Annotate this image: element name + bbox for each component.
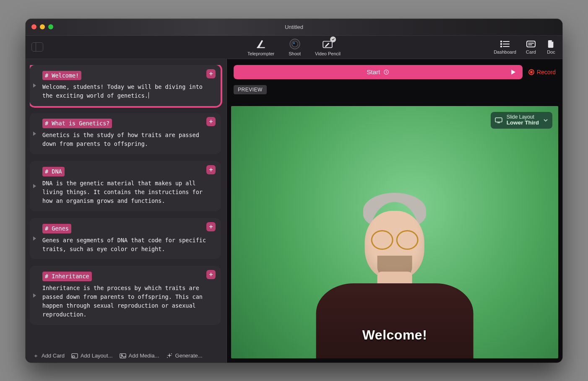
toolbar-teleprompter[interactable]: Teleprompter: [247, 38, 274, 56]
plus-icon: ＋: [32, 352, 39, 359]
script-card[interactable]: +# DNADNA is the genetic material that m…: [30, 161, 221, 211]
script-panel-footer: ＋ Add Card Add Layout... Add Media...: [30, 349, 222, 359]
play-card-icon[interactable]: [33, 132, 36, 136]
close-window-button[interactable]: [31, 24, 36, 29]
cards-list: +# Welcome!Welcome, students! Today we w…: [30, 65, 222, 349]
video-pencil-icon: [322, 38, 333, 50]
toolbar-right-group: Dashboard Card Doc: [494, 40, 557, 54]
toolbar-label: Card: [526, 49, 536, 54]
script-card[interactable]: +# Welcome!Welcome, students! Today we w…: [30, 65, 221, 106]
layout-icon: [71, 352, 78, 359]
toolbar-label: Video Pencil: [315, 51, 341, 56]
list-icon: [500, 40, 510, 48]
card-body[interactable]: Genes are segments of DNA that code for …: [42, 236, 213, 254]
card-body[interactable]: Inheritance is the process by which trai…: [42, 284, 213, 319]
slide-layout-caption: Slide Layout: [507, 114, 539, 120]
add-below-button[interactable]: +: [206, 222, 216, 231]
video-area: Welcome! Slide Layout Lower Third: [231, 106, 558, 358]
svg-point-18: [121, 354, 122, 355]
preview-chip-row: PREVIEW: [227, 85, 562, 98]
toolbar-video-pencil[interactable]: Video Pencil: [315, 38, 341, 56]
image-icon: [120, 352, 126, 359]
svg-point-3: [292, 41, 297, 47]
toolbar-center-group: Teleprompter Shoot Video Pencil: [247, 38, 341, 56]
svg-rect-12: [527, 41, 535, 47]
start-label: Start: [367, 68, 380, 75]
card-heading: # Welcome!: [42, 71, 81, 80]
sparkle-icon: [166, 352, 173, 359]
generate-label: Generate...: [175, 352, 203, 359]
play-card-icon[interactable]: [33, 236, 36, 241]
play-card-icon[interactable]: [33, 184, 36, 188]
app-window: Untitled Teleprompter Shoot: [26, 19, 562, 363]
card-heading: # DNA: [42, 167, 65, 176]
toolbar-label: Dashboard: [494, 49, 516, 54]
lower-third-text: Welcome!: [362, 327, 427, 343]
preview-top-bar: Start Record: [227, 59, 562, 85]
card-heading: # Inheritance: [42, 272, 92, 281]
traffic-lights: [31, 24, 53, 29]
toolbar-label: Shoot: [289, 51, 301, 56]
add-layout-button[interactable]: Add Layout...: [71, 352, 113, 359]
clock-icon: [383, 69, 389, 75]
document-icon: [546, 40, 557, 48]
svg-point-6: [501, 41, 502, 42]
video-frame: Welcome! Slide Layout Lower Third: [231, 106, 558, 358]
check-badge-icon: [330, 36, 336, 42]
svg-point-10: [501, 46, 502, 47]
titlebar: Untitled: [26, 19, 562, 36]
svg-rect-16: [73, 356, 75, 358]
camera-lens-icon: [289, 38, 301, 50]
svg-rect-0: [257, 47, 265, 48]
slide-layout-selector[interactable]: Slide Layout Lower Third: [491, 112, 552, 129]
add-card-label: Add Card: [42, 352, 65, 359]
preview-panel: Start Record PREVIEW: [227, 59, 562, 363]
toolbar: Teleprompter Shoot Video Pencil: [26, 36, 562, 59]
toolbar-label: Teleprompter: [247, 51, 274, 56]
add-media-button[interactable]: Add Media...: [120, 352, 159, 359]
svg-point-19: [171, 353, 172, 354]
card-body[interactable]: DNA is the genetic material that makes u…: [42, 179, 213, 205]
start-button[interactable]: Start: [234, 65, 523, 79]
toolbar-dashboard[interactable]: Dashboard: [494, 40, 516, 54]
card-heading: # What is Genetics?: [42, 119, 112, 128]
toolbar-shoot[interactable]: Shoot: [289, 38, 301, 56]
svg-point-20: [167, 357, 168, 358]
generate-button[interactable]: Generate...: [166, 352, 203, 359]
slide-layout-value: Lower Third: [507, 120, 539, 126]
minimize-window-button[interactable]: [40, 24, 45, 29]
record-label: Record: [537, 69, 556, 75]
record-button[interactable]: Record: [528, 69, 556, 75]
script-card[interactable]: +# GenesGenes are segments of DNA that c…: [30, 218, 221, 259]
card-heading: # Genes: [42, 224, 71, 233]
add-below-button[interactable]: +: [206, 270, 216, 279]
text-cursor: [148, 92, 149, 98]
card-icon: [526, 40, 536, 48]
add-media-label: Add Media...: [129, 352, 159, 359]
svg-rect-22: [495, 118, 502, 122]
script-card[interactable]: +# What is Genetics?Genetics is the stud…: [30, 113, 221, 154]
svg-point-4: [293, 42, 294, 44]
maximize-window-button[interactable]: [48, 24, 53, 29]
add-below-button[interactable]: +: [206, 69, 216, 78]
chevron-down-icon: [543, 119, 548, 122]
record-icon: [528, 69, 534, 75]
toolbar-label: Doc: [547, 49, 555, 54]
toolbar-doc-view[interactable]: Doc: [546, 40, 557, 54]
script-card[interactable]: +# InheritanceInheritance is the process…: [30, 266, 221, 325]
play-card-icon[interactable]: [33, 83, 36, 88]
add-card-button[interactable]: ＋ Add Card: [32, 352, 65, 359]
teleprompter-icon: [255, 38, 267, 50]
monitor-icon: [495, 117, 502, 123]
sidebar-toggle-button[interactable]: [31, 42, 43, 52]
add-below-button[interactable]: +: [206, 117, 216, 126]
svg-point-8: [501, 43, 502, 44]
preview-badge: PREVIEW: [234, 85, 267, 94]
toolbar-card-view[interactable]: Card: [526, 40, 536, 54]
card-body[interactable]: Genetics is the study of how traits are …: [42, 131, 213, 148]
window-title: Untitled: [285, 24, 303, 30]
card-body[interactable]: Welcome, students! Today we will be divi…: [42, 83, 213, 100]
play-card-icon[interactable]: [33, 293, 36, 298]
add-below-button[interactable]: +: [206, 165, 216, 174]
main-split: +# Welcome!Welcome, students! Today we w…: [26, 59, 562, 363]
